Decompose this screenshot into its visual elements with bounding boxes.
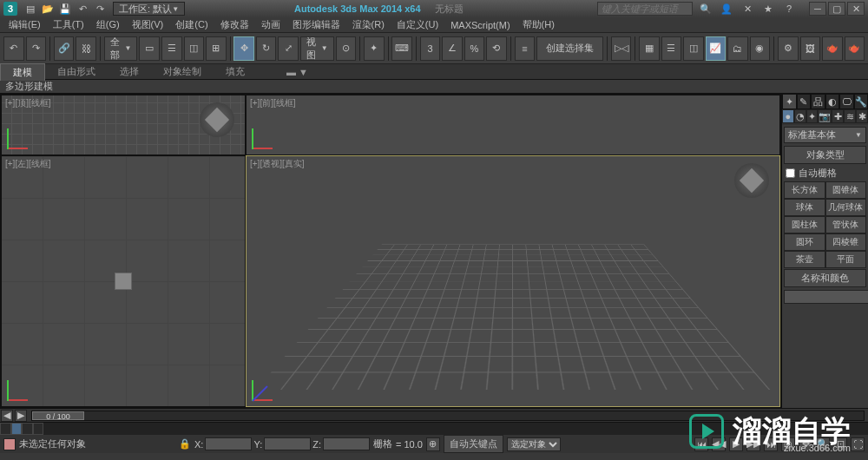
window-crossing-button[interactable]: ⊞ bbox=[206, 36, 227, 61]
exchange-icon[interactable]: ✕ bbox=[740, 2, 755, 16]
favorites-icon[interactable]: ★ bbox=[760, 2, 776, 16]
menu-grapheditors[interactable]: 图形编辑器 bbox=[287, 16, 345, 33]
btn-box[interactable]: 长方体 bbox=[784, 181, 825, 199]
redo-button[interactable]: ↷ bbox=[26, 36, 47, 61]
render-iterative-button[interactable]: 🫖 bbox=[845, 36, 865, 61]
angle-snap-button[interactable]: ∠ bbox=[442, 36, 463, 61]
tab-freeform[interactable]: 自由形式 bbox=[45, 63, 108, 80]
tab-selection[interactable]: 选择 bbox=[108, 63, 151, 80]
zoom-extents-icon[interactable]: ⊡ bbox=[833, 437, 847, 451]
menu-help[interactable]: 帮助(H) bbox=[517, 16, 560, 33]
btn-plane[interactable]: 平面 bbox=[825, 251, 867, 268]
select-manipulate-button[interactable]: ✦ bbox=[364, 36, 385, 61]
utilities-tab-icon[interactable]: 🔧 bbox=[854, 94, 869, 109]
lights-icon[interactable]: ✦ bbox=[806, 109, 819, 123]
menu-tools[interactable]: 工具(T) bbox=[48, 16, 89, 33]
select-rotate-button[interactable]: ↻ bbox=[256, 36, 277, 61]
tab-populate[interactable]: 填充 bbox=[214, 63, 257, 80]
help-icon[interactable]: ? bbox=[781, 2, 797, 16]
ribbon-minimize-icon[interactable]: ▬ ▼ bbox=[274, 65, 320, 79]
mirror-button[interactable]: ▷◁ bbox=[611, 36, 632, 61]
create-tab-icon[interactable]: ✦ bbox=[782, 94, 797, 109]
render-production-button[interactable]: 🫖 bbox=[822, 36, 843, 61]
close-button[interactable]: ✕ bbox=[847, 2, 865, 16]
maximize-button[interactable]: ▢ bbox=[828, 2, 845, 16]
menu-create[interactable]: 创建(C) bbox=[170, 16, 213, 33]
goto-end-icon[interactable]: ⏭ bbox=[764, 437, 778, 451]
autokey-button[interactable]: 自动关键点 bbox=[444, 435, 503, 453]
select-move-button[interactable]: ✥ bbox=[233, 36, 254, 61]
select-object-button[interactable]: ▭ bbox=[139, 36, 160, 61]
prev-frame-icon[interactable]: ◀ bbox=[1, 410, 13, 422]
next-frame-icon[interactable]: ▶ bbox=[15, 410, 27, 422]
key-filter-dropdown[interactable]: 选定对象 bbox=[507, 437, 561, 451]
new-icon[interactable]: ▤ bbox=[23, 2, 38, 16]
cameras-icon[interactable]: 📷 bbox=[818, 109, 832, 123]
time-slider-thumb[interactable]: 0 / 100 bbox=[32, 411, 84, 420]
spinner-snap-button[interactable]: ⟲ bbox=[486, 36, 507, 61]
rollout-name-color[interactable]: 名称和颜色 bbox=[784, 269, 866, 287]
select-region-button[interactable]: ◫ bbox=[184, 36, 205, 61]
rollout-object-type[interactable]: 对象类型 bbox=[784, 146, 866, 164]
category-dropdown[interactable]: 标准基本体▼ bbox=[784, 127, 866, 143]
zoom-icon[interactable]: 🔍 bbox=[816, 437, 830, 451]
shapes-icon[interactable]: ◔ bbox=[794, 109, 806, 123]
btn-teapot[interactable]: 茶壶 bbox=[784, 251, 825, 268]
save-icon[interactable]: 💾 bbox=[57, 2, 73, 16]
lock-icon[interactable]: 🔒 bbox=[179, 438, 191, 450]
minimize-button[interactable]: ─ bbox=[809, 2, 826, 16]
tab-modeling[interactable]: 建模 bbox=[0, 63, 45, 81]
menu-modifiers[interactable]: 修改器 bbox=[215, 16, 254, 33]
display-tab-icon[interactable]: 🖵 bbox=[839, 94, 854, 109]
use-pivot-button[interactable]: ⊙ bbox=[336, 36, 357, 61]
viewcube-icon[interactable] bbox=[734, 163, 769, 198]
open-icon[interactable]: 📂 bbox=[40, 2, 56, 16]
app-logo-icon[interactable]: 3 bbox=[3, 2, 17, 16]
time-slider[interactable]: ◀ ▶ 0 / 100 bbox=[0, 408, 868, 422]
redo-icon[interactable]: ↷ bbox=[92, 2, 108, 16]
geometry-icon[interactable]: ● bbox=[782, 109, 794, 123]
coord-y-input[interactable] bbox=[264, 437, 311, 450]
edit-named-selection-button[interactable]: ≡ bbox=[515, 36, 536, 61]
hierarchy-tab-icon[interactable]: 品 bbox=[811, 94, 825, 109]
maximize-viewport-icon[interactable]: ⛶ bbox=[851, 437, 865, 451]
viewport-layout-icon[interactable] bbox=[0, 423, 43, 435]
render-setup-button[interactable]: ⚙ bbox=[778, 36, 799, 61]
tab-objectpaint[interactable]: 对象绘制 bbox=[151, 63, 214, 80]
link-button[interactable]: 🔗 bbox=[54, 36, 75, 61]
infocenter-icon[interactable]: 🔍 bbox=[698, 2, 713, 16]
helpers-icon[interactable]: ✚ bbox=[832, 109, 844, 123]
track-bar[interactable] bbox=[0, 422, 868, 434]
menu-animation[interactable]: 动画 bbox=[256, 16, 286, 33]
signin-icon[interactable]: 👤 bbox=[719, 2, 734, 16]
next-key-icon[interactable]: ▶▶ bbox=[746, 437, 760, 451]
play-icon[interactable]: ▶ bbox=[729, 437, 743, 451]
schematic-view-button[interactable]: 🗂 bbox=[727, 36, 748, 61]
viewport-perspective[interactable]: [+][透视][真实] bbox=[247, 156, 779, 406]
select-scale-button[interactable]: ⤢ bbox=[278, 36, 299, 61]
maxscript-listener-icon[interactable] bbox=[3, 438, 16, 450]
undo-icon[interactable]: ↶ bbox=[75, 2, 90, 16]
btn-sphere[interactable]: 球体 bbox=[784, 199, 825, 216]
rendered-frame-button[interactable]: 🖼 bbox=[800, 36, 821, 61]
select-by-name-button[interactable]: ☰ bbox=[161, 36, 182, 61]
menu-rendering[interactable]: 渲染(R) bbox=[347, 16, 390, 33]
align-button[interactable]: ▦ bbox=[639, 36, 660, 61]
snap-toggle-button[interactable]: 3 bbox=[420, 36, 441, 61]
btn-torus[interactable]: 圆环 bbox=[784, 233, 825, 251]
named-selection-dropdown[interactable]: 创建选择集 bbox=[536, 36, 603, 61]
viewport-left[interactable]: [+][左][线框] bbox=[2, 156, 245, 406]
curve-editor-button[interactable]: 📈 bbox=[706, 36, 727, 61]
material-editor-button[interactable]: ◉ bbox=[750, 36, 771, 61]
modify-tab-icon[interactable]: ✎ bbox=[797, 94, 812, 109]
motion-tab-icon[interactable]: ◐ bbox=[825, 94, 840, 109]
btn-cylinder[interactable]: 圆柱体 bbox=[784, 216, 825, 233]
unlink-button[interactable]: ⛓ bbox=[76, 36, 96, 61]
autogrid-checkbox[interactable] bbox=[786, 168, 795, 178]
coord-x-input[interactable] bbox=[205, 437, 252, 450]
coord-z-input[interactable] bbox=[323, 437, 370, 450]
prev-key-icon[interactable]: ◀◀ bbox=[712, 437, 726, 451]
menu-customize[interactable]: 自定义(U) bbox=[391, 16, 444, 33]
viewcube-icon[interactable] bbox=[200, 102, 234, 137]
layers-button[interactable]: ☰ bbox=[661, 36, 682, 61]
